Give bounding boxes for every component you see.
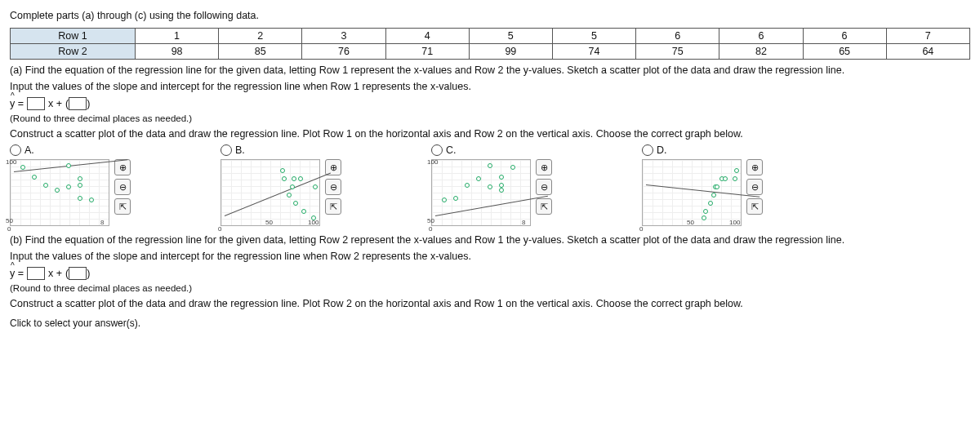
zoom-in-icon[interactable]: ⊕ xyxy=(536,159,552,175)
cell: 6 xyxy=(636,29,719,44)
cell: 82 xyxy=(719,44,803,60)
zoom-out-icon[interactable]: ⊖ xyxy=(325,179,341,195)
slope-input-b[interactable] xyxy=(27,267,45,280)
radio-d[interactable] xyxy=(642,144,653,156)
y-hat: y = xyxy=(10,268,24,279)
choice-c-label: C. xyxy=(446,144,457,156)
zoom-out-icon[interactable]: ⊖ xyxy=(114,179,131,195)
choice-d-label: D. xyxy=(657,144,667,156)
part-b-input-prompt: Input the values of the slope and interc… xyxy=(10,251,970,262)
intro-text: Complete parts (a) through (c) using the… xyxy=(10,10,970,21)
cell: 75 xyxy=(636,44,719,60)
choice-a[interactable]: A. 100 50 8 0 ⊕ ⊖ ⇱ xyxy=(10,144,131,226)
cell: 2 xyxy=(219,29,302,44)
choice-b-label: B. xyxy=(235,144,245,156)
equation-b: y = x + xyxy=(10,267,970,280)
footer-text[interactable]: Click to select your answer(s). xyxy=(10,317,970,329)
choice-d[interactable]: D. 0 50 100 ⊕ ⊖ ⇱ xyxy=(642,144,763,226)
plot-c: 100 50 8 0 xyxy=(431,159,531,226)
data-table: Row 1 1 2 3 4 5 5 6 6 6 7 Row 2 98 85 76… xyxy=(10,28,970,60)
cell: 1 xyxy=(136,29,219,44)
eq-mid: x + xyxy=(48,98,62,109)
cell: 5 xyxy=(552,29,635,44)
cell: 3 xyxy=(302,29,385,44)
graph-choices: A. 100 50 8 0 ⊕ ⊖ ⇱ B. xyxy=(10,144,970,226)
cell: 6 xyxy=(803,29,886,44)
part-a-input-prompt: Input the values of the slope and interc… xyxy=(10,81,970,92)
zoom-out-icon[interactable]: ⊖ xyxy=(746,179,763,195)
table-row: Row 1 1 2 3 4 5 5 6 6 6 7 xyxy=(11,29,970,44)
popout-icon[interactable]: ⇱ xyxy=(536,198,552,215)
cell: 6 xyxy=(719,29,803,44)
plot-a: 100 50 8 0 xyxy=(10,159,109,226)
cell: 64 xyxy=(886,44,969,60)
slope-input-a[interactable] xyxy=(27,97,45,110)
cell: 99 xyxy=(469,44,552,60)
popout-icon[interactable]: ⇱ xyxy=(746,198,763,215)
choice-a-label: A. xyxy=(24,144,34,156)
construct-prompt-a: Construct a scatter plot of the data and… xyxy=(10,128,970,140)
cell: 5 xyxy=(469,29,552,44)
zoom-in-icon[interactable]: ⊕ xyxy=(114,159,131,175)
round-note-b: (Round to three decimal places as needed… xyxy=(10,283,970,293)
plot-b: 0 50 100 xyxy=(220,159,320,226)
construct-prompt-b: Construct a scatter plot of the data and… xyxy=(10,298,970,309)
round-note-a: (Round to three decimal places as needed… xyxy=(10,113,970,123)
eq-mid: x + xyxy=(48,268,62,279)
plot-d: 0 50 100 xyxy=(642,159,742,226)
table-row: Row 2 98 85 76 71 99 74 75 82 65 64 xyxy=(11,44,970,60)
part-a-prompt: (a) Find the equation of the regression … xyxy=(10,64,970,76)
cell: 65 xyxy=(803,44,886,60)
cell: 7 xyxy=(886,29,969,44)
zoom-out-icon[interactable]: ⊖ xyxy=(536,179,552,195)
popout-icon[interactable]: ⇱ xyxy=(114,198,131,215)
radio-b[interactable] xyxy=(220,144,232,156)
intercept-input-a[interactable] xyxy=(65,97,90,110)
cell: 85 xyxy=(219,44,302,60)
radio-c[interactable] xyxy=(431,144,443,156)
part-b-prompt: (b) Find the equation of the regression … xyxy=(10,234,970,246)
popout-icon[interactable]: ⇱ xyxy=(325,198,341,215)
cell: 71 xyxy=(385,44,469,60)
cell: 4 xyxy=(385,29,469,44)
zoom-in-icon[interactable]: ⊕ xyxy=(746,159,763,175)
cell: 98 xyxy=(136,44,219,60)
radio-a[interactable] xyxy=(10,144,21,156)
choice-c[interactable]: C. 100 50 8 0 ⊕ ⊖ ⇱ xyxy=(431,144,552,226)
cell: 74 xyxy=(552,44,635,60)
cell: 76 xyxy=(302,44,385,60)
choice-b[interactable]: B. 0 50 100 ⊕ ⊖ ⇱ xyxy=(220,144,341,226)
row1-label: Row 1 xyxy=(11,29,136,44)
intercept-input-b[interactable] xyxy=(65,267,90,280)
y-hat: y = xyxy=(10,98,24,109)
row2-label: Row 2 xyxy=(11,44,136,60)
equation-a: y = x + xyxy=(10,97,970,110)
